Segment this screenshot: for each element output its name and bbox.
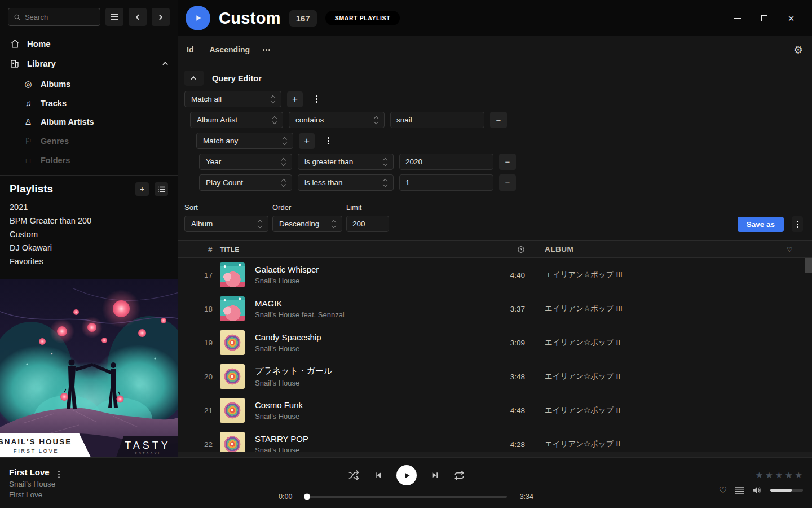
table-row[interactable]: 20 プラネット・ガール Snail’s House 3:48 エイリアン☆ポッ… [178,360,805,393]
horizontal-scrollbar-track[interactable] [178,452,812,457]
column-header-duration[interactable] [483,245,525,253]
sidebar-library-item[interactable]: Tracks [0,94,178,112]
remove-rule1-button[interactable]: − [490,112,507,128]
track-art-thumbnail [220,296,245,321]
save-options-button[interactable] [792,216,803,232]
more-options-button[interactable] [266,49,267,51]
seek-bar[interactable] [305,496,507,498]
group2-options-button[interactable] [320,133,336,149]
remove-rule3-button[interactable]: − [499,174,516,191]
repeat-button[interactable] [454,470,465,481]
library-item-icon [23,155,33,165]
match-select-group2[interactable]: Match any [196,133,293,149]
track-options-button[interactable] [58,467,60,478]
now-playing-album[interactable]: First Love [9,491,195,499]
group-options-button[interactable] [308,91,324,107]
rule2-value-input[interactable] [399,154,493,170]
kebab-icon [328,140,329,142]
playlist-item[interactable]: BPM Greater than 200 [0,214,178,227]
table-row[interactable]: 17 Galactic Whisper Snail’s House 4:40 エ… [178,258,805,292]
add-rule-group2-button[interactable]: + [299,133,315,149]
next-button[interactable] [431,471,440,480]
rule2-operator-select[interactable]: is greater than [298,154,394,170]
playlist-item[interactable]: Custom [0,227,178,241]
sort-field-button[interactable]: Id [187,45,193,54]
menu-button[interactable] [105,8,123,26]
favorite-button[interactable]: ♡ [719,485,727,496]
sidebar-library-item[interactable]: Albums [0,75,178,94]
rule2-operator-value: is greater than [304,157,353,166]
shuffle-button[interactable] [348,470,359,481]
now-playing-art[interactable]: SNAIL'S HOUSE FIRST LOVE TASTY ΞSTΛΛXI [0,279,178,457]
track-album-cell[interactable]: エイリアン☆ポップ III [539,292,774,326]
playlist-item[interactable]: Favorites [0,255,178,268]
back-button[interactable] [129,8,147,26]
forward-button[interactable] [152,8,170,26]
rule2-field-select[interactable]: Year [199,154,292,170]
track-rows: 17 Galactic Whisper Snail’s House 4:40 エ… [178,258,805,452]
seek-knob[interactable] [304,494,310,500]
search-input[interactable] [25,13,95,21]
maximize-button[interactable] [757,11,771,25]
track-album-cell[interactable]: エイリアン☆ポップ III [539,258,774,292]
order-select[interactable]: Descending [272,216,342,232]
sort-select[interactable]: Album [184,216,268,232]
column-header-favorite[interactable]: ♡ [774,246,805,253]
sidebar-home-label: Home [27,39,51,49]
sort-label: Sort [184,203,268,212]
add-rule-button[interactable]: + [287,91,303,107]
search-box[interactable] [8,8,100,26]
star-icon[interactable]: ★ [795,470,803,480]
play-playlist-button[interactable] [186,6,210,30]
rule3-operator-select[interactable]: is less than [298,174,394,191]
column-header-album[interactable]: ALBUM [539,241,774,257]
table-row[interactable]: 22 STARRY POP Snail’s House 4:28 エイリアン☆ポ… [178,427,805,452]
sidebar-library-item[interactable]: Album Artists [0,112,178,132]
queue-button[interactable] [735,487,744,494]
column-header-number[interactable]: # [178,245,213,253]
rule3-field-select[interactable]: Play Count [199,174,292,191]
rating-stars[interactable]: ★★★★★ [756,470,803,480]
save-as-button[interactable]: Save as [738,217,784,232]
previous-button[interactable] [373,471,382,480]
rule1-field-select[interactable]: Album Artist [190,112,283,128]
rule3-value-input[interactable] [399,174,493,191]
playlist-item[interactable]: DJ Okawari [0,241,178,255]
add-playlist-button[interactable]: + [135,182,149,196]
sidebar-item-home[interactable]: Home [0,34,178,54]
rule1-operator-select[interactable]: contains [289,112,385,128]
track-album-cell[interactable]: エイリアン☆ポップ II [539,393,774,427]
volume-button[interactable] [752,486,762,494]
limit-input[interactable] [346,216,389,232]
playlist-list-button[interactable] [155,182,168,196]
settings-gear-button[interactable]: ⚙ [793,43,803,56]
rule1-value-input[interactable] [390,112,484,128]
volume-slider[interactable] [770,489,803,492]
rule3-field-value: Play Count [206,178,243,187]
star-icon[interactable]: ★ [765,470,773,480]
table-row[interactable]: 21 Cosmo Funk Snail’s House 4:48 エイリアン☆ポ… [178,393,805,427]
close-button[interactable]: × [784,11,798,25]
table-row[interactable]: 18 MAGIK Snail’s House feat. Sennzai 3:3… [178,292,805,326]
track-album-cell[interactable]: エイリアン☆ポップ II [539,360,774,393]
sidebar-library-item[interactable]: Genres [0,132,178,151]
sort-direction-button[interactable]: Ascending [209,45,250,54]
track-album-cell[interactable]: エイリアン☆ポップ II [539,326,774,360]
vertical-scrollbar-thumb[interactable] [805,258,812,273]
star-icon[interactable]: ★ [785,470,793,480]
play-pause-button[interactable] [396,465,417,485]
column-header-title[interactable]: TITLE [213,246,483,253]
star-icon[interactable]: ★ [775,470,783,480]
playlist-item[interactable]: 2021 [0,200,178,214]
now-playing-artist[interactable]: Snail’s House [9,480,195,488]
remove-rule2-button[interactable]: − [499,154,516,170]
minimize-button[interactable] [730,11,744,25]
track-album-cell[interactable]: エイリアン☆ポップ II [539,427,774,452]
collapse-query-button[interactable] [184,71,204,86]
table-row[interactable]: 19 Candy Spaceship Snail’s House 3:09 エイ… [178,326,805,360]
star-icon[interactable]: ★ [756,470,764,480]
sidebar-library-item[interactable]: Folders [0,151,178,169]
sidebar-item-library[interactable]: Library [0,54,178,73]
chevron-up-icon[interactable] [162,62,168,67]
match-select-group1[interactable]: Match all [184,91,281,107]
